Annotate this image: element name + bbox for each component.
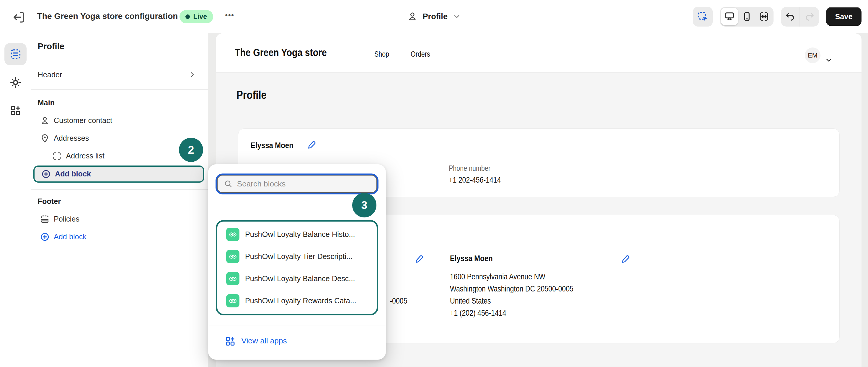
sidebar-item-label: Address list xyxy=(66,152,104,160)
mobile-icon xyxy=(742,11,752,22)
plus-circle-icon xyxy=(41,169,51,179)
sidebar-item-label: Add block xyxy=(54,232,87,241)
pushowl-owl-icon xyxy=(226,294,240,307)
step-badge-3: 3 xyxy=(352,193,377,218)
inspect-icon xyxy=(697,11,709,23)
sections-tab[interactable] xyxy=(4,43,27,65)
block-option-2[interactable]: PushOwl Loyalty Tier Descripti... xyxy=(217,245,376,268)
overflow-menu-button[interactable]: ••• xyxy=(221,11,238,23)
sidebar-item-header[interactable]: Header xyxy=(31,64,208,85)
page-selector-label: Profile xyxy=(423,12,447,21)
add-block-popup: PushOwl Loyalty Balance Histo... PushOwl… xyxy=(208,164,386,360)
document-title: The Green Yoga store configuration xyxy=(37,11,178,21)
pushowl-owl-icon xyxy=(226,272,240,285)
top-bar: The Green Yoga store configuration Live … xyxy=(0,0,868,33)
divider xyxy=(31,61,208,61)
customer-name: Elyssa Moen xyxy=(251,141,301,150)
chevron-down-icon[interactable] xyxy=(825,56,833,64)
address-line: United States xyxy=(450,296,498,306)
store-name: The Green Yoga store xyxy=(235,46,343,59)
pushowl-owl-icon xyxy=(226,228,240,241)
apps-icon xyxy=(10,105,21,116)
sidebar-item-policies[interactable]: Policies xyxy=(31,210,208,228)
block-option-label: PushOwl Loyalty Rewards Cata... xyxy=(245,297,356,305)
address-line: +1 (202) 456-1414 xyxy=(450,308,516,318)
block-option-label: PushOwl Loyalty Balance Desc... xyxy=(245,274,355,283)
sections-icon xyxy=(10,48,21,60)
live-status-badge: Live xyxy=(180,10,213,23)
exit-editor-button[interactable] xyxy=(12,11,25,24)
sidebar-item-add-block-main[interactable]: Add block xyxy=(33,166,204,182)
search-blocks-input[interactable] xyxy=(237,179,364,189)
view-all-apps-link[interactable]: View all apps xyxy=(208,330,386,352)
gear-icon xyxy=(10,77,21,88)
mobile-preview-button[interactable] xyxy=(738,8,755,25)
divider xyxy=(31,189,208,190)
history-group xyxy=(781,7,819,27)
edit-name-icon[interactable] xyxy=(307,140,316,149)
theme-editor: The Green Yoga store configuration Live … xyxy=(0,0,868,367)
block-option-4[interactable]: PushOwl Loyalty Rewards Cata... xyxy=(217,290,376,312)
sidebar-item-add-block-footer[interactable]: Add block xyxy=(31,228,208,246)
person-icon xyxy=(40,115,50,126)
header-row-label: Header xyxy=(38,70,62,79)
topbar-actions: Save xyxy=(693,7,862,27)
address-line: 1600 Pennsylvania Avenue NW xyxy=(450,272,562,281)
redo-button[interactable] xyxy=(800,8,819,25)
live-dot-icon xyxy=(185,14,190,19)
sidebar-item-customer-contact[interactable]: Customer contact xyxy=(31,112,208,130)
desktop-preview-button[interactable] xyxy=(721,8,738,25)
panel-title: Profile xyxy=(38,42,64,51)
page-selector[interactable]: Profile xyxy=(407,8,461,25)
sidebar-item-label: Addresses xyxy=(54,134,89,142)
divider xyxy=(31,89,208,90)
edit-address-icon[interactable] xyxy=(621,254,630,264)
apps-icon xyxy=(225,336,236,347)
chevron-down-icon xyxy=(453,12,461,21)
block-option-label: PushOwl Loyalty Tier Descripti... xyxy=(245,252,352,261)
main-section-heading: Main xyxy=(38,99,55,107)
edit-address-icon[interactable] xyxy=(414,254,424,264)
profile-page-heading: Profile xyxy=(237,89,272,101)
desktop-icon xyxy=(724,11,735,22)
map-pin-icon xyxy=(40,133,50,143)
redo-icon xyxy=(804,11,815,22)
chevron-right-icon xyxy=(189,71,196,78)
step-badge-2: 2 xyxy=(179,138,204,162)
undo-icon xyxy=(785,11,796,22)
app-blocks-list: PushOwl Loyalty Balance Histo... PushOwl… xyxy=(216,220,378,315)
address-name: Elyssa Moen xyxy=(450,254,500,263)
account-avatar[interactable]: EM xyxy=(805,47,820,63)
view-all-apps-label: View all apps xyxy=(242,336,287,345)
exit-icon xyxy=(12,11,25,24)
person-icon xyxy=(407,11,418,22)
save-button[interactable]: Save xyxy=(826,7,861,26)
fullscreen-icon xyxy=(759,11,769,22)
search-blocks-field[interactable] xyxy=(217,175,377,193)
address-line: Washington Washington DC 20500-0005 xyxy=(450,284,595,294)
block-option-1[interactable]: PushOwl Loyalty Balance Histo... xyxy=(217,223,376,245)
pushowl-owl-icon xyxy=(226,250,240,263)
footer-section-heading: Footer xyxy=(38,197,61,206)
section-icon xyxy=(40,214,50,224)
sections-panel: Profile Header Main Customer contact Add… xyxy=(31,33,208,367)
live-label: Live xyxy=(193,13,207,21)
sidebar-item-label: Add block xyxy=(55,170,91,178)
inspect-toggle-button[interactable] xyxy=(693,7,713,27)
fullscreen-button[interactable] xyxy=(755,8,772,25)
divider xyxy=(208,325,386,325)
nav-link-orders[interactable]: Orders xyxy=(411,50,433,58)
sidebar-item-label: Policies xyxy=(54,215,80,223)
theme-settings-tab[interactable] xyxy=(4,71,27,94)
phone-value: +1 202-456-1414 xyxy=(449,175,510,185)
undo-button[interactable] xyxy=(781,8,800,25)
app-embeds-tab[interactable] xyxy=(4,100,27,122)
device-preview-group xyxy=(720,7,774,27)
storefront-header: The Green Yoga store Shop Orders EM xyxy=(216,33,861,73)
search-icon xyxy=(224,179,232,188)
block-option-label: PushOwl Loyalty Balance Histo... xyxy=(245,230,355,239)
nav-link-shop[interactable]: Shop xyxy=(374,50,392,58)
plus-circle-icon xyxy=(40,232,50,242)
phone-label: Phone number xyxy=(449,164,498,173)
block-option-3[interactable]: PushOwl Loyalty Balance Desc... xyxy=(217,268,376,290)
